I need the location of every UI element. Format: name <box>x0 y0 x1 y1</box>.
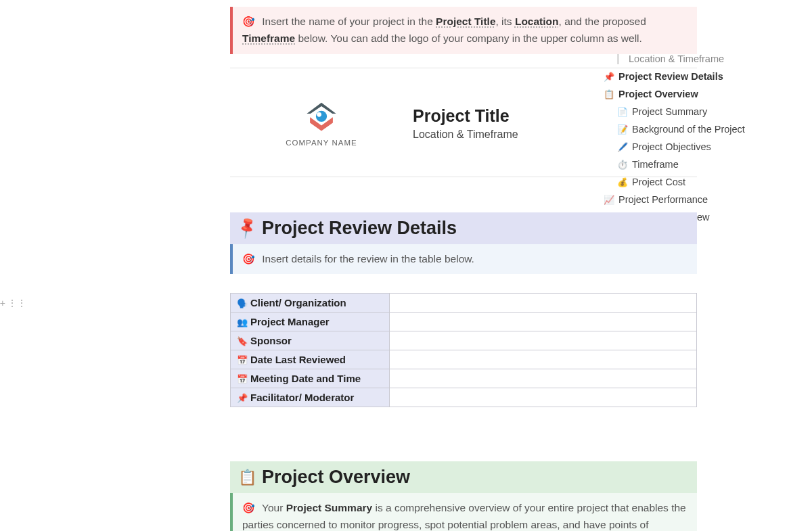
project-title[interactable]: Project Title <box>413 106 518 126</box>
table-row[interactable]: 📌Facilitator/ Moderator <box>231 388 697 407</box>
add-block-button[interactable]: + <box>0 298 5 308</box>
svg-point-2 <box>317 112 321 116</box>
table-row-label: 📅Meeting Date and Time <box>231 369 390 388</box>
table-row-label: 📅Date Last Reviewed <box>231 350 390 369</box>
logo-caption: COMPANY NAME <box>286 139 357 147</box>
project-subtitle[interactable]: Location & Timeframe <box>413 129 518 141</box>
row-icon: 📅 <box>237 355 248 365</box>
table-row[interactable]: 📅Date Last Reviewed <box>231 350 697 369</box>
table-row-value[interactable] <box>390 350 697 369</box>
section-overview-title: Project Overview <box>262 467 410 488</box>
pin-icon: 📌 <box>235 216 260 241</box>
table-row-label: 📌Facilitator/ Moderator <box>231 388 390 407</box>
table-row-label: 🔖Sponsor <box>231 331 390 350</box>
table-row[interactable]: 📅Meeting Date and Time <box>231 369 697 388</box>
table-row-value[interactable] <box>390 369 697 388</box>
table-row[interactable]: 🔖Sponsor <box>231 331 697 350</box>
intro-callout: 🎯 Insert the name of your project in the… <box>230 7 697 54</box>
row-icon: 🔖 <box>237 336 248 346</box>
section-review-heading: 📌 Project Review Details <box>230 212 697 244</box>
row-icon: 🗣️ <box>237 298 248 308</box>
overview-callout: 🎯 Your Project Summary is a comprehensiv… <box>230 493 697 531</box>
table-row[interactable]: 🗣️Client/ Organization <box>231 294 697 313</box>
target-icon: 🎯 <box>242 253 255 264</box>
logo-icon <box>298 101 344 135</box>
table-row-value[interactable] <box>390 388 697 407</box>
row-icon: 👥 <box>237 317 248 327</box>
table-row-label: 👥Project Manager <box>231 313 390 331</box>
drag-handle[interactable]: ⋮⋮ <box>7 298 26 308</box>
row-icon: 📌 <box>237 393 248 403</box>
target-icon: 🎯 <box>242 502 255 513</box>
review-callout-text: Insert details for the review in the tab… <box>262 253 474 264</box>
table-row[interactable]: 👥Project Manager <box>231 313 697 331</box>
table-row-value[interactable] <box>390 294 697 313</box>
review-callout: 🎯 Insert details for the review in the t… <box>230 244 697 275</box>
svg-point-1 <box>316 110 327 121</box>
review-details-table[interactable]: 🗣️Client/ Organization👥Project Manager🔖S… <box>230 293 697 407</box>
company-logo: COMPANY NAME <box>230 101 413 147</box>
table-row-value[interactable] <box>390 313 697 331</box>
divider <box>230 177 697 177</box>
overview-callout-text: Your Project Summary is a comprehensive … <box>242 502 686 530</box>
row-icon: 📅 <box>237 374 248 384</box>
table-row-value[interactable] <box>390 331 697 350</box>
section-review-title: Project Review Details <box>262 218 457 239</box>
section-overview-heading: 📋 Project Overview <box>230 461 697 493</box>
divider <box>230 68 697 68</box>
clipboard-icon: 📋 <box>238 469 256 486</box>
title-block: COMPANY NAME Project Title Location & Ti… <box>230 82 697 163</box>
intro-text: Insert the name of your project in the P… <box>242 16 646 44</box>
table-row-label: 🗣️Client/ Organization <box>231 294 390 313</box>
target-icon: 🎯 <box>242 16 255 27</box>
